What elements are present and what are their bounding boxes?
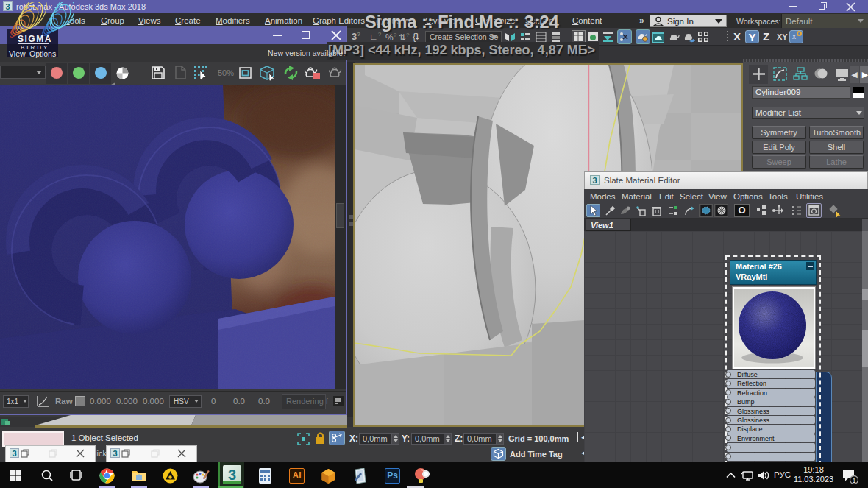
svg-text:1: 1 (853, 477, 856, 484)
